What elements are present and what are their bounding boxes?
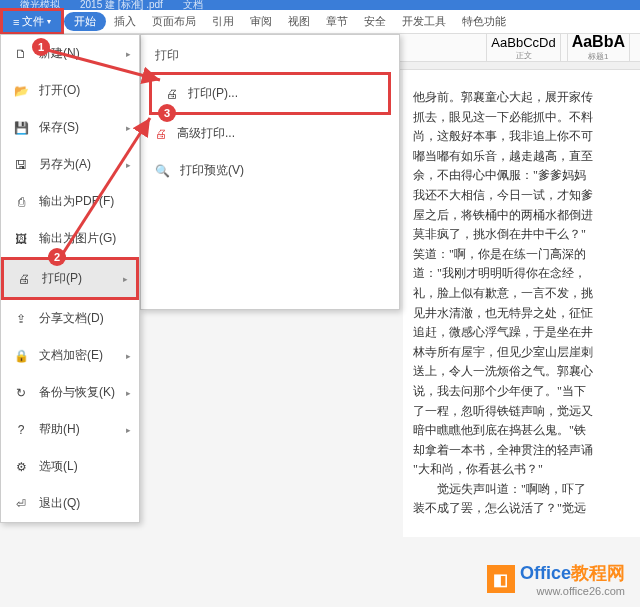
menu-label: 输出为PDF(F) xyxy=(39,193,114,210)
save-icon: 💾 xyxy=(13,120,29,136)
tab-layout[interactable]: 页面布局 xyxy=(144,11,204,32)
doc-line: 屋之后，将铁桶中的两桶水都倒进 xyxy=(413,206,640,225)
doc-line: 莫非疯了，挑水倒在井中干么？" xyxy=(413,225,640,244)
watermark-suffix: 教程网 xyxy=(571,563,625,583)
print-icon: 🖨 xyxy=(166,87,178,101)
tab-bar: 微光模拟 2015 建 [标准] .pdf 文档 xyxy=(0,0,640,10)
menu-label: 打开(O) xyxy=(39,82,80,99)
style-heading1[interactable]: AaBbA 标题1 xyxy=(567,30,630,65)
menu-options[interactable]: ⚙ 选项(L) xyxy=(1,448,139,485)
doc-line: 觉远失声叫道："啊哟，吓了 xyxy=(413,480,640,499)
style-label: 标题1 xyxy=(572,51,625,62)
gear-icon: ⚙ xyxy=(13,459,29,475)
menu-help[interactable]: ? 帮助(H) ▸ xyxy=(1,411,139,448)
ribbon-bar: ≡ 文件 ▾ 开始 插入 页面布局 引用 审阅 视图 章节 安全 开发工具 特色… xyxy=(0,10,640,34)
preview-icon: 🔍 xyxy=(155,164,170,178)
dropdown-icon: ▾ xyxy=(47,17,51,26)
menu-backup[interactable]: ↻ 备份与恢复(K) ▸ xyxy=(1,374,139,411)
doc-line: 余，不由得心中佩服："爹爹妈妈 xyxy=(413,166,640,185)
menu-save[interactable]: 💾 保存(S) ▸ xyxy=(1,109,139,146)
menu-label: 分享文档(D) xyxy=(39,310,104,327)
advanced-print-icon: 🖨 xyxy=(155,127,167,141)
menu-encrypt[interactable]: 🔒 文档加密(E) ▸ xyxy=(1,337,139,374)
submenu-label: 打印预览(V) xyxy=(180,162,244,179)
menu-label: 输出为图片(G) xyxy=(39,230,116,247)
menu-label: 另存为(A) xyxy=(39,156,91,173)
image-icon: 🖼 xyxy=(13,231,29,247)
watermark: ◧ Office教程网 www.office26.com xyxy=(487,561,625,597)
callout-1: 1 xyxy=(32,38,50,56)
menu-label: 文档加密(E) xyxy=(39,347,103,364)
doc-line: 暗中瞧瞧他到底在捣甚么鬼。"铁 xyxy=(413,421,640,440)
chevron-right-icon: ▸ xyxy=(126,351,131,361)
saveas-icon: 🖫 xyxy=(13,157,29,173)
menu-share[interactable]: ⇪ 分享文档(D) xyxy=(1,300,139,337)
menu-print[interactable]: 🖨 打印(P) ▸ xyxy=(1,257,139,300)
chevron-right-icon: ▸ xyxy=(126,123,131,133)
tab-start[interactable]: 开始 xyxy=(64,12,106,31)
office-logo-icon: ◧ xyxy=(487,565,515,593)
tab-insert[interactable]: 插入 xyxy=(106,11,144,32)
submenu-print[interactable]: 🖨 打印(P)... xyxy=(149,72,391,115)
submenu-preview[interactable]: 🔍 打印预览(V) xyxy=(141,152,399,189)
doc-line: 他身前。郭襄童心大起，展开家传 xyxy=(413,88,640,107)
tab-refs[interactable]: 引用 xyxy=(204,11,242,32)
submenu-title: 打印 xyxy=(141,43,399,72)
doc-line: 送上，令人一洗烦俗之气。郭襄心 xyxy=(413,362,640,381)
tab-view[interactable]: 视图 xyxy=(280,11,318,32)
pdf-icon: ⎙ xyxy=(13,194,29,210)
file-menu-button[interactable]: ≡ 文件 ▾ xyxy=(0,8,64,35)
style-label: 正文 xyxy=(491,50,555,61)
callout-2: 2 xyxy=(48,248,66,266)
lock-icon: 🔒 xyxy=(13,348,29,364)
tab-sections[interactable]: 章节 xyxy=(318,11,356,32)
file-label: 文件 xyxy=(22,14,44,29)
help-icon: ? xyxy=(13,422,29,438)
menu-label: 选项(L) xyxy=(39,458,78,475)
submenu-adv-print[interactable]: 🖨 高级打印... xyxy=(141,115,399,152)
tab-special[interactable]: 特色功能 xyxy=(454,11,514,32)
doc-line: "大和尚，你看甚么书？" xyxy=(413,460,640,479)
doc-line: 尚，这般好本事，我非追上你不可 xyxy=(413,127,640,146)
menu-saveas[interactable]: 🖫 另存为(A) ▸ xyxy=(1,146,139,183)
doc-line: 笑道："啊，你是在练一门高深的 xyxy=(413,245,640,264)
chevron-right-icon: ▸ xyxy=(126,425,131,435)
tab-review[interactable]: 审阅 xyxy=(242,11,280,32)
tab-devtools[interactable]: 开发工具 xyxy=(394,11,454,32)
chevron-right-icon: ▸ xyxy=(126,388,131,398)
submenu-label: 打印(P)... xyxy=(188,85,238,102)
doc-line: 了一程，忽听得铁链声响，觉远又 xyxy=(413,402,640,421)
chevron-right-icon: ▸ xyxy=(126,160,131,170)
print-submenu: 打印 🖨 打印(P)... 🖨 高级打印... 🔍 打印预览(V) xyxy=(140,34,400,310)
style-normal[interactable]: AaBbCcDd 正文 xyxy=(486,32,560,64)
document-body: 他身前。郭襄童心大起，展开家传 抓去，眼见这一下必能抓中。不料 尚，这般好本事，… xyxy=(403,70,640,537)
menu-open[interactable]: 📂 打开(O) xyxy=(1,72,139,109)
doc-line: 抓去，眼见这一下必能抓中。不料 xyxy=(413,108,640,127)
ruler xyxy=(400,62,640,70)
new-file-icon: 🗋 xyxy=(13,46,29,62)
doc-line: 礼，脸上似有歉意，一言不发，挑 xyxy=(413,284,640,303)
menu-label: 保存(S) xyxy=(39,119,79,136)
tab-security[interactable]: 安全 xyxy=(356,11,394,32)
chevron-right-icon: ▸ xyxy=(126,49,131,59)
callout-3: 3 xyxy=(158,104,176,122)
doc-line: 林寺所有屋宇，但见少室山层崖刺 xyxy=(413,343,640,362)
menu-label: 帮助(H) xyxy=(39,421,80,438)
menu-export-pdf[interactable]: ⎙ 输出为PDF(F) xyxy=(1,183,139,220)
watermark-brand: Office xyxy=(520,563,571,583)
share-icon: ⇪ xyxy=(13,311,29,327)
doc-line: 我还不大相信，今日一试，才知爹 xyxy=(413,186,640,205)
menu-export-img[interactable]: 🖼 输出为图片(G) xyxy=(1,220,139,257)
menu-new[interactable]: 🗋 新建(N) ▸ xyxy=(1,35,139,72)
backup-icon: ↻ xyxy=(13,385,29,401)
style-preview: AaBbCcDd xyxy=(491,35,555,50)
submenu-label: 高级打印... xyxy=(177,125,235,142)
doc-line: 装不成了罢，怎么说活了？"觉远 xyxy=(413,499,640,518)
chevron-right-icon: ▸ xyxy=(123,274,128,284)
menu-label: 打印(P) xyxy=(42,270,82,287)
menu-exit[interactable]: ⏎ 退出(Q) xyxy=(1,485,139,522)
doc-line: 却拿着一本书，全神贯注的轻声诵 xyxy=(413,441,640,460)
doc-line: 见井水清澈，也无特异之处，征怔 xyxy=(413,304,640,323)
doc-line: 追赶，微感心浮气躁，于是坐在井 xyxy=(413,323,640,342)
exit-icon: ⏎ xyxy=(13,496,29,512)
